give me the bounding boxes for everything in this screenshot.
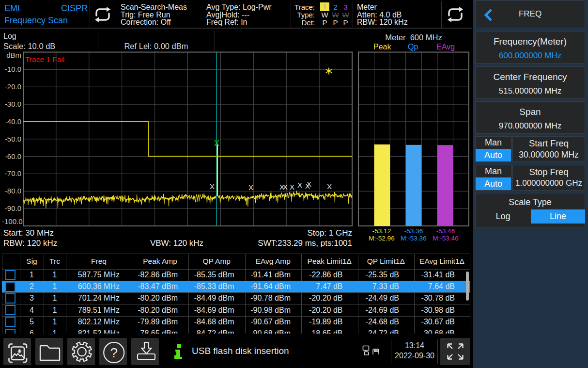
svg-text:X: X [297,181,302,189]
svg-text:X: X [248,183,253,192]
svg-text:X: X [214,139,219,148]
svg-text:X: X [290,183,294,191]
svg-text:X: X [307,180,311,188]
svg-text:X: X [327,182,332,191]
svg-text:X: X [283,183,288,191]
svg-text:X: X [210,182,215,191]
svg-text:?: ? [110,345,118,360]
